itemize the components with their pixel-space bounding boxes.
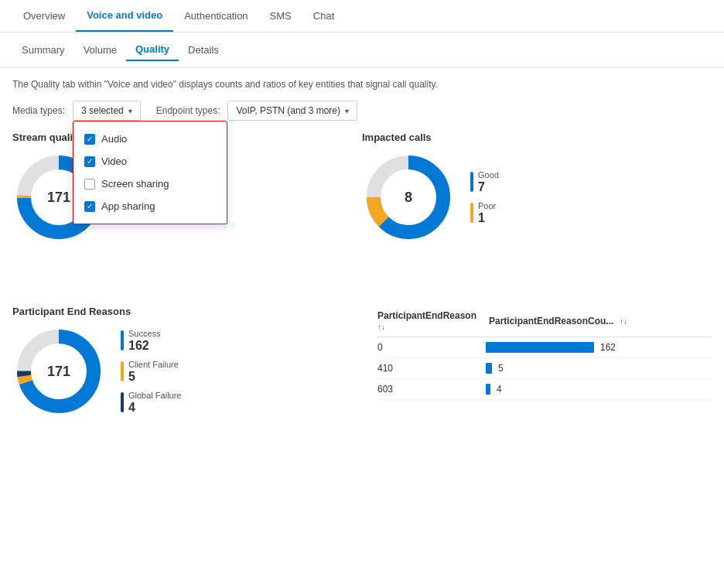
- endpoint-chevron-icon: ▾: [345, 107, 349, 115]
- media-types-dropdown-wrapper: 3 selected ▾ Audio Video Screen sharing: [73, 101, 141, 121]
- top-navigation: Overview Voice and video Authentication …: [0, 0, 724, 32]
- success-value: 162: [128, 339, 161, 353]
- chevron-down-icon: ▾: [128, 107, 132, 115]
- impacted-poor: Poor 1: [470, 200, 499, 225]
- impacted-calls-section: Impacted calls 8 G: [362, 132, 712, 244]
- table-row: 603 4: [377, 379, 712, 400]
- impacted-good-text: Good 7: [478, 169, 499, 194]
- video-checkbox[interactable]: [84, 156, 95, 167]
- media-types-selected-text: 3 selected: [81, 105, 124, 116]
- reason-col-label: ParticipantEndReason: [377, 310, 476, 321]
- nav-item-overview[interactable]: Overview: [12, 1, 76, 31]
- page-description: The Quality tab within "Voice and video"…: [12, 79, 712, 90]
- bottom-section: Participant End Reasons 171: [12, 306, 712, 418]
- participant-table-section: ParticipantEndReason ↑↓ ParticipantEndRe…: [377, 306, 712, 418]
- success-label: Success: [128, 329, 161, 338]
- count-sort-icon[interactable]: ↑↓: [620, 317, 627, 326]
- option-screen-sharing[interactable]: Screen sharing: [73, 173, 227, 195]
- participant-donut: 171: [12, 325, 105, 418]
- impacted-poor-indicator: [470, 203, 473, 223]
- participant-table: ParticipantEndReason ↑↓ ParticipantEndRe…: [377, 306, 712, 400]
- success-text: Success 162: [128, 328, 161, 353]
- participant-end-reasons-title: Participant End Reasons: [12, 306, 347, 317]
- global-failure-text: Global Failure 4: [128, 390, 181, 415]
- count-col-label: ParticipantEndReasonCou...: [489, 316, 613, 326]
- audio-checkbox[interactable]: [84, 134, 95, 145]
- impacted-calls-total: 8: [405, 190, 412, 206]
- media-types-dropdown: Audio Video Screen sharing App sharing: [73, 121, 227, 224]
- legend-client-failure: Client Failure 5: [121, 359, 181, 384]
- app-sharing-label: App sharing: [101, 200, 155, 212]
- table-header: ParticipantEndReason ↑↓ ParticipantEndRe…: [377, 306, 712, 337]
- sub-nav-summary[interactable]: Summary: [12, 39, 74, 60]
- row-reason-0: 0: [377, 342, 486, 353]
- participant-end-reasons-section: Participant End Reasons 171: [12, 306, 347, 418]
- header-reason: ParticipantEndReason ↑↓: [377, 310, 486, 332]
- impacted-good-label: Good: [478, 170, 499, 179]
- row-count-2: 4: [486, 384, 712, 395]
- reason-sort-icon[interactable]: ↑↓: [377, 323, 385, 331]
- row-reason-2: 603: [377, 384, 486, 395]
- nav-item-chat[interactable]: Chat: [302, 1, 345, 31]
- media-types-label: Media types:: [12, 105, 65, 116]
- impacted-good: Good 7: [470, 169, 499, 194]
- bar-0: [486, 342, 594, 353]
- legend-global-failure: Global Failure 4: [121, 390, 181, 415]
- nav-item-authentication[interactable]: Authentication: [173, 1, 258, 31]
- option-app-sharing[interactable]: App sharing: [73, 195, 227, 217]
- participant-end-reasons-chart: 171 Success 162 Client Failure: [12, 325, 347, 418]
- option-audio[interactable]: Audio: [73, 128, 227, 150]
- row-reason-1: 410: [377, 363, 486, 374]
- impacted-calls-donut: 8: [362, 151, 455, 244]
- client-failure-indicator: [121, 361, 124, 381]
- nav-item-voice-video[interactable]: Voice and video: [76, 0, 173, 32]
- spacer: [12, 267, 712, 298]
- legend-success: Success 162: [121, 328, 181, 353]
- client-failure-value: 5: [128, 370, 179, 384]
- global-failure-label: Global Failure: [128, 391, 181, 400]
- impacted-calls-title: Impacted calls: [362, 132, 712, 143]
- impacted-poor-text: Poor 1: [478, 200, 496, 225]
- success-indicator: [121, 330, 124, 350]
- endpoint-types-selected: VoIP, PSTN (and 3 more): [236, 105, 340, 116]
- participant-legend: Success 162 Client Failure 5: [121, 328, 181, 415]
- participant-total: 171: [47, 364, 70, 380]
- client-failure-text: Client Failure 5: [128, 359, 179, 384]
- impacted-calls-legend: Good 7 Poor 1: [470, 169, 499, 225]
- impacted-poor-value: 1: [478, 211, 496, 225]
- impacted-good-indicator: [470, 172, 473, 192]
- endpoint-types-button[interactable]: VoIP, PSTN (and 3 more) ▾: [227, 101, 357, 121]
- row-count-1: 5: [486, 363, 712, 374]
- client-failure-label: Client Failure: [128, 360, 179, 369]
- bar-1: [486, 363, 492, 374]
- row-count-0: 162: [486, 342, 712, 353]
- impacted-poor-label: Poor: [478, 201, 496, 210]
- header-count: ParticipantEndReasonCou... ↑↓: [489, 316, 712, 326]
- screen-sharing-checkbox[interactable]: [84, 179, 95, 190]
- table-row: 410 5: [377, 358, 712, 379]
- impacted-calls-chart: 8 Good 7 Poor 1: [362, 151, 712, 244]
- sub-nav-volume[interactable]: Volume: [74, 39, 126, 60]
- filters-row: Media types: 3 selected ▾ Audio Video Sc…: [12, 101, 712, 121]
- app-sharing-checkbox[interactable]: [84, 201, 95, 212]
- impacted-good-value: 7: [478, 180, 499, 194]
- bar-2: [486, 384, 490, 395]
- video-label: Video: [101, 156, 127, 167]
- table-row: 0 162: [377, 337, 712, 358]
- global-failure-value: 4: [128, 401, 181, 415]
- stream-quality-total: 171: [47, 190, 70, 206]
- sub-nav-details[interactable]: Details: [179, 39, 228, 60]
- count-val-1: 5: [498, 363, 504, 374]
- option-video[interactable]: Video: [73, 150, 227, 173]
- global-failure-indicator: [121, 392, 124, 412]
- nav-item-sms[interactable]: SMS: [259, 1, 302, 31]
- sub-navigation: Summary Volume Quality Details: [0, 32, 724, 68]
- audio-label: Audio: [101, 133, 127, 145]
- endpoint-types-label: Endpoint types:: [156, 105, 220, 116]
- count-val-2: 4: [497, 384, 502, 395]
- sub-nav-quality[interactable]: Quality: [126, 39, 179, 61]
- main-content: The Quality tab within "Voice and video"…: [0, 68, 724, 429]
- screen-sharing-label: Screen sharing: [101, 178, 169, 190]
- count-val-0: 162: [600, 342, 616, 353]
- media-types-button[interactable]: 3 selected ▾: [73, 101, 141, 121]
